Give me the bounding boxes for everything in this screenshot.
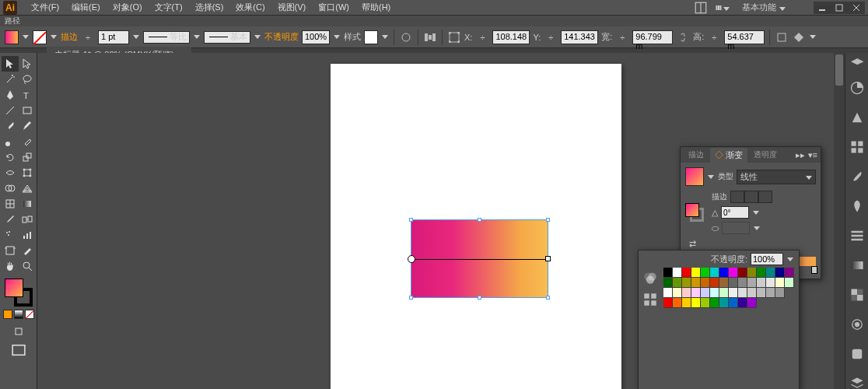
graphic-styles-icon[interactable] bbox=[849, 346, 865, 362]
swatch-cell[interactable] bbox=[663, 268, 673, 278]
stroke-weight-dd[interactable] bbox=[132, 33, 140, 41]
width-tool[interactable] bbox=[2, 165, 19, 180]
style-dd[interactable] bbox=[381, 33, 389, 41]
fill-dropdown[interactable] bbox=[22, 33, 30, 41]
gradient-tool[interactable] bbox=[19, 196, 36, 212]
zoom-tool[interactable] bbox=[19, 258, 36, 274]
brushes-panel-icon[interactable] bbox=[849, 169, 865, 184]
swatch-cell[interactable] bbox=[682, 278, 691, 288]
color-mixer-icon[interactable] bbox=[643, 271, 657, 285]
x-input[interactable]: 108.148 bbox=[492, 30, 530, 44]
menu-help[interactable]: 帮助(H) bbox=[355, 0, 397, 15]
profile-dd[interactable] bbox=[193, 33, 201, 41]
opacity-label[interactable]: 不透明度 bbox=[264, 31, 299, 43]
swatch-cell[interactable] bbox=[719, 288, 729, 298]
mesh-tool[interactable] bbox=[2, 196, 19, 212]
gradient-end-handle[interactable] bbox=[545, 256, 551, 261]
align-icon[interactable] bbox=[423, 30, 437, 44]
maximize-button[interactable] bbox=[831, 2, 848, 14]
aspect-dd[interactable] bbox=[753, 224, 761, 232]
scale-tool[interactable] bbox=[19, 149, 36, 165]
artboard-tool[interactable] bbox=[2, 243, 19, 258]
swatch-cell[interactable] bbox=[738, 288, 747, 298]
swatch-cell[interactable] bbox=[673, 298, 682, 308]
opacity-value-input[interactable]: 100% bbox=[751, 253, 783, 265]
swatch-cell[interactable] bbox=[691, 268, 701, 278]
stroke-dropdown[interactable] bbox=[50, 33, 58, 41]
menu-view[interactable]: 视图(V) bbox=[271, 0, 313, 15]
swatch-cell[interactable] bbox=[719, 268, 729, 278]
panel-tab-transparency[interactable]: 透明度 bbox=[749, 148, 782, 162]
swatch-cell[interactable] bbox=[663, 288, 673, 298]
color-panel-icon[interactable] bbox=[849, 80, 865, 96]
swatch-cell[interactable] bbox=[701, 268, 710, 278]
swatch-cell[interactable] bbox=[738, 278, 747, 288]
swatch-cell[interactable] bbox=[785, 278, 794, 288]
swatch-cell[interactable] bbox=[663, 298, 673, 308]
swatch-cell[interactable] bbox=[775, 278, 785, 288]
swatch-cell[interactable] bbox=[710, 278, 719, 288]
swatch-cell[interactable] bbox=[710, 298, 719, 308]
gradient-angle-input[interactable]: 0° bbox=[721, 206, 749, 219]
swatch-cell[interactable] bbox=[701, 278, 710, 288]
swatch-cell[interactable] bbox=[663, 278, 673, 288]
eyedropper-tool[interactable] bbox=[2, 212, 19, 227]
line-tool[interactable] bbox=[2, 103, 19, 118]
swatch-cell[interactable] bbox=[710, 288, 719, 298]
brush-dd[interactable] bbox=[254, 33, 261, 41]
swatch-cell[interactable] bbox=[729, 268, 738, 278]
pen-tool[interactable] bbox=[2, 87, 19, 103]
direct-selection-tool[interactable] bbox=[19, 56, 36, 72]
color-mode-icon[interactable] bbox=[3, 310, 12, 319]
style-swatch[interactable] bbox=[364, 30, 378, 44]
fill-stroke-indicator[interactable] bbox=[5, 279, 33, 307]
swatch-cell[interactable] bbox=[682, 298, 691, 308]
rectangle-tool[interactable] bbox=[19, 103, 36, 118]
fill-indicator[interactable] bbox=[5, 279, 23, 297]
y-stepper[interactable]: ÷ bbox=[544, 30, 558, 44]
color-guide-icon[interactable] bbox=[849, 110, 865, 125]
swatch-cell[interactable] bbox=[747, 298, 757, 308]
swatch-cell[interactable] bbox=[766, 268, 775, 278]
stroke-weight-input[interactable]: 1 pt bbox=[98, 30, 129, 44]
draw-normal-icon[interactable] bbox=[10, 324, 27, 339]
opacity-input[interactable]: 100% bbox=[302, 30, 330, 44]
swatch-cell[interactable] bbox=[747, 278, 757, 288]
opacity-dd[interactable] bbox=[333, 33, 341, 41]
column-graph-tool[interactable] bbox=[19, 227, 36, 243]
y-input[interactable]: 141.343 bbox=[561, 30, 598, 44]
swatch-cell[interactable] bbox=[701, 298, 710, 308]
recolor-icon[interactable] bbox=[399, 30, 413, 44]
slice-tool[interactable] bbox=[19, 243, 36, 258]
pencil-tool[interactable] bbox=[19, 118, 36, 134]
swatch-cell[interactable] bbox=[785, 268, 794, 278]
minimize-button[interactable] bbox=[814, 2, 831, 14]
stroke-label[interactable]: 描边 bbox=[61, 31, 78, 43]
swatch-grid-icon[interactable] bbox=[643, 293, 657, 307]
swatch-cell[interactable] bbox=[710, 268, 719, 278]
gradient-preset-dd[interactable] bbox=[707, 173, 715, 180]
symbol-sprayer-tool[interactable] bbox=[2, 227, 19, 243]
lasso-tool[interactable] bbox=[19, 72, 36, 87]
type-tool[interactable]: T bbox=[19, 87, 36, 103]
layout-icon[interactable] bbox=[694, 2, 708, 14]
swatch-cell[interactable] bbox=[766, 278, 775, 288]
link-wh-icon[interactable] bbox=[676, 30, 690, 44]
stroke-panel-icon[interactable] bbox=[849, 228, 865, 244]
x-stepper[interactable]: ÷ bbox=[475, 30, 489, 44]
panel-tab-stroke[interactable]: 描边 bbox=[684, 148, 709, 162]
selected-object[interactable] bbox=[411, 220, 548, 297]
dock-expand-icon[interactable]: ◀▶ bbox=[849, 56, 865, 66]
h-input[interactable]: 54.637 m bbox=[724, 30, 765, 44]
menu-effect[interactable]: 效果(C) bbox=[229, 0, 271, 15]
stroke-weight-stepper[interactable]: ÷ bbox=[81, 30, 95, 44]
swatch-cell[interactable] bbox=[682, 268, 691, 278]
free-transform-tool[interactable] bbox=[19, 165, 36, 180]
blend-tool[interactable] bbox=[19, 212, 36, 227]
layers-panel-icon[interactable] bbox=[849, 376, 865, 389]
isolate-dd[interactable] bbox=[809, 33, 817, 41]
gradient-stop-end[interactable] bbox=[811, 266, 817, 274]
gradient-panel-icon[interactable] bbox=[849, 258, 865, 273]
reverse-gradient-icon[interactable]: ⇄ bbox=[685, 239, 699, 249]
brush-select[interactable]: 基本 bbox=[204, 31, 250, 44]
